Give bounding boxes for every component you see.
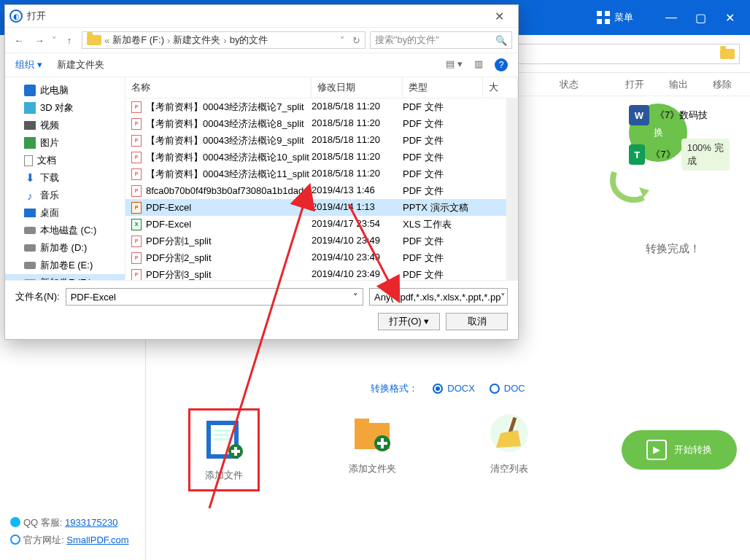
file-row[interactable]: PPDF分割2_split2019/4/10 23:49PDF 文件: [125, 249, 506, 266]
file-date: 2019/4/10 23:49: [312, 268, 403, 281]
file-row[interactable]: XPDF-Excel2019/4/17 23:54XLS 工作表: [125, 216, 506, 233]
file-row[interactable]: PPDF-Excel2019/4/14 1:13PPTX 演示文稿: [125, 199, 506, 216]
format-docx-radio[interactable]: DOCX: [433, 383, 475, 394]
file-date: 2019/4/13 1:46: [312, 184, 403, 198]
open-button[interactable]: 打开(O) ▾: [378, 313, 440, 330]
bottom-actions: 添加文件 添加文件夹 清空列表: [159, 408, 737, 491]
nav-forward-button[interactable]: →: [31, 35, 47, 46]
search-input[interactable]: 搜索"by的文件" 🔍: [370, 31, 512, 49]
chevron-down-icon[interactable]: ˅: [353, 292, 358, 303]
refresh-icon[interactable]: ↻: [352, 35, 360, 46]
file-row[interactable]: PPDF分割1_split2019/4/10 23:49PDF 文件: [125, 233, 506, 249]
svg-rect-7: [231, 450, 240, 453]
file-icon: P: [131, 101, 142, 113]
tree-item-label: 视频: [40, 119, 59, 132]
file-list-rows[interactable]: P【考前资料】00043经济法概论7_split2018/5/18 11:20P…: [125, 98, 506, 280]
crumb[interactable]: 新加卷F (F:): [112, 34, 164, 47]
crumb[interactable]: by的文件: [230, 34, 268, 47]
tree-item[interactable]: 视频: [5, 117, 125, 134]
col-type[interactable]: 类型: [403, 77, 483, 98]
nav-up-button[interactable]: ↑: [61, 35, 77, 46]
file-row[interactable]: P8fca0b70b0f4f9b3b0af73080a1b1dad2019/4/…: [125, 182, 506, 199]
tree-item[interactable]: 图片: [5, 134, 125, 152]
file-name: PDF-Excel: [146, 219, 191, 230]
view-mode-button[interactable]: ▤ ▾: [446, 58, 463, 71]
tree-item[interactable]: 文档: [5, 152, 125, 169]
col-date[interactable]: 修改日期: [312, 77, 403, 98]
add-folder-button[interactable]: 添加文件夹: [347, 408, 397, 475]
file-row[interactable]: P【考前资料】00043经济法概论7_split2018/5/18 11:20P…: [125, 98, 506, 115]
help-icon[interactable]: ?: [495, 58, 508, 71]
crumb[interactable]: 新建文件夹: [173, 34, 220, 47]
tree-item-label: 新加卷 (D:): [40, 241, 87, 254]
dialog-close-button[interactable]: ✕: [484, 9, 514, 23]
new-folder-button[interactable]: 新建文件夹: [57, 58, 104, 71]
tree-item[interactable]: 3D 对象: [5, 99, 125, 117]
tree-item[interactable]: 此电脑: [5, 82, 125, 99]
clear-list-label: 清空列表: [490, 462, 528, 475]
drive-icon: [24, 227, 36, 234]
file-row[interactable]: P【考前资料】00043经济法概论11_split2018/5/18 11:20…: [125, 166, 506, 182]
file-row[interactable]: P【考前资料】00043经济法概论9_split2018/5/18 11:20P…: [125, 132, 506, 149]
menu-button[interactable]: 菜单: [589, 8, 641, 27]
nav-back-button[interactable]: ←: [11, 35, 27, 46]
obj3d-icon: [24, 102, 36, 114]
scrollbar[interactable]: [506, 98, 518, 280]
tree-item[interactable]: 本地磁盘 (C:): [5, 222, 125, 239]
tree-item[interactable]: 桌面: [5, 204, 125, 222]
maximize-button[interactable]: ▢: [686, 3, 715, 32]
menu-label: 菜单: [614, 11, 633, 24]
organize-button[interactable]: 组织 ▾: [15, 58, 42, 71]
filetype-filter[interactable]: Any(*.pdf,*.xls,*.xlsx,*.ppt,*.pp˅: [369, 288, 508, 306]
chevron-down-icon[interactable]: ˅: [52, 35, 57, 46]
format-label: 转换格式：: [371, 382, 418, 395]
tree-item-label: 新加卷E (E:): [40, 259, 93, 272]
format-doc-radio[interactable]: DOC: [490, 383, 525, 394]
chevron-down-icon[interactable]: ˅: [500, 292, 506, 303]
dl-icon: ⬇: [24, 172, 36, 184]
file-date: 2019/4/10 23:49: [312, 252, 403, 265]
file-icon: P: [131, 202, 142, 214]
tree-item[interactable]: 新加卷E (E:): [5, 257, 125, 274]
file-icon: P: [131, 168, 142, 180]
qq-icon: [10, 517, 20, 527]
open-file-dialog: ◐ 打开 ✕ ← → ˅ ↑ « 新加卷F (F:)› 新建文件夹› by的文件…: [4, 4, 519, 340]
preview-pane-button[interactable]: ▥: [474, 58, 483, 71]
file-name: PDF分割2_split: [146, 252, 212, 265]
file-row[interactable]: P【考前资料】00043经济法概论8_split2018/5/18 11:20P…: [125, 115, 506, 132]
file-name: 【考前资料】00043经济法概论9_split: [146, 134, 304, 147]
cancel-button[interactable]: 取消: [446, 313, 508, 330]
clear-list-button[interactable]: 清空列表: [484, 408, 534, 475]
file-row[interactable]: P【考前资料】00043经济法概论10_split2018/5/18 11:20…: [125, 149, 506, 166]
conversion-item[interactable]: W 《7》数码技: [629, 105, 730, 125]
tree-item[interactable]: 新加卷F (F:): [5, 274, 125, 280]
file-icon: P: [131, 152, 142, 163]
tree-item[interactable]: ⬇下载: [5, 169, 125, 187]
col-size[interactable]: 大: [483, 77, 518, 98]
close-button[interactable]: ✕: [715, 3, 744, 32]
file-date: 2018/5/18 11:20: [312, 134, 403, 147]
file-type: PDF 文件: [403, 252, 483, 265]
app-status-bar: QQ 客服: 1933175230 官方网址: SmallPDF.com: [10, 514, 129, 550]
tree-item[interactable]: ♪音乐: [5, 187, 125, 204]
site-link[interactable]: SmallPDF.com: [66, 534, 128, 545]
folder-tree[interactable]: 此电脑3D 对象视频图片文档⬇下载♪音乐桌面本地磁盘 (C:)新加卷 (D:)新…: [5, 77, 125, 280]
qq-link[interactable]: 1933175230: [65, 517, 117, 528]
add-file-button[interactable]: 添加文件: [199, 415, 249, 482]
minimize-button[interactable]: —: [657, 3, 686, 32]
file-name: 【考前资料】00043经济法概论11_split: [146, 168, 309, 181]
file-name: 【考前资料】00043经济法概论10_split: [146, 151, 309, 164]
file-type: PDF 文件: [403, 184, 483, 198]
text-icon: T: [629, 144, 645, 165]
folder-icon[interactable]: [720, 49, 735, 59]
filename-field[interactable]: PDF-Excel˅: [66, 288, 363, 306]
dialog-toolbar: 组织 ▾ 新建文件夹 ▤ ▾ ▥ ?: [5, 53, 518, 77]
col-name[interactable]: 名称: [125, 77, 312, 98]
conversion-item[interactable]: T 《7》 100% 完成: [629, 139, 730, 171]
breadcrumb[interactable]: « 新加卷F (F:)› 新建文件夹› by的文件 ˅ ↻: [82, 31, 366, 49]
dialog-bottom: 文件名(N): PDF-Excel˅ Any(*.pdf,*.xls,*.xls…: [5, 280, 518, 339]
start-convert-button[interactable]: ▶ 开始转换: [622, 430, 737, 470]
tree-item[interactable]: 新加卷 (D:): [5, 239, 125, 257]
file-row[interactable]: PPDF分割3_split2019/4/10 23:49PDF 文件: [125, 266, 506, 280]
chevron-down-icon[interactable]: ˅: [340, 35, 345, 46]
